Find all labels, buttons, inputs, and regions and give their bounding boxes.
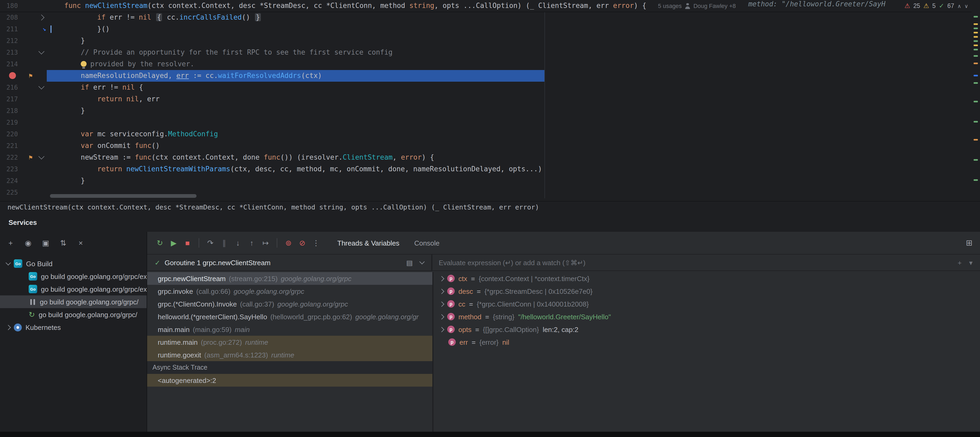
- service-tree-item[interactable]: Gogo build google.golang.org/grpc/ex: [0, 270, 146, 283]
- editor-line[interactable]: 214provided by the resolver.: [0, 59, 972, 70]
- bookmark-icon[interactable]: ⚑: [29, 70, 32, 82]
- line-number[interactable]: 225: [6, 187, 18, 198]
- editor-line[interactable]: 223return newClientStreamWithParams(ctx,…: [0, 163, 972, 175]
- stripe-mark[interactable]: [974, 40, 978, 42]
- service-tree-item[interactable]: Kubernetes: [0, 321, 146, 334]
- stripe-mark[interactable]: [974, 63, 978, 64]
- fold-expanded-icon[interactable]: [38, 154, 45, 160]
- editor-gutter[interactable]: 214: [0, 59, 59, 70]
- line-number[interactable]: 223: [6, 163, 18, 175]
- chevron-right-icon[interactable]: [439, 301, 444, 307]
- tab-threads-variables[interactable]: Threads & Variables: [337, 239, 399, 247]
- variable-row[interactable]: pdesc= {*grpc.StreamDesc | 0x10526e7e0}: [433, 285, 980, 298]
- line-number[interactable]: 180: [6, 0, 18, 12]
- editor-line[interactable]: 208if err != nil { cc.incrCallsFailed() …: [0, 12, 972, 23]
- line-number[interactable]: 220: [6, 128, 18, 140]
- chevron-down-icon[interactable]: [419, 259, 425, 264]
- line-number[interactable]: 218: [6, 105, 18, 117]
- editor-line[interactable]: 218}: [0, 105, 972, 117]
- more-icon[interactable]: ⋮: [310, 236, 322, 249]
- tab-console[interactable]: Console: [414, 239, 439, 247]
- frames-filter-icon[interactable]: ▤: [406, 258, 413, 266]
- editor-line[interactable]: 216if err != nil {: [0, 82, 972, 93]
- collapse-all-icon[interactable]: ×: [75, 239, 86, 247]
- editor-gutter[interactable]: 180: [0, 0, 59, 12]
- variable-row[interactable]: pctx= {context.Context | *context.timerC…: [433, 272, 980, 285]
- variable-row[interactable]: popts= {[]grpc.CallOption} len:2, cap:2: [433, 323, 980, 336]
- line-number[interactable]: 222: [6, 152, 18, 163]
- stack-frame[interactable]: grpc.invoke(call.go:66)google.golang.org…: [147, 285, 433, 298]
- resume-icon[interactable]: ▶: [167, 236, 180, 249]
- bookmark-icon[interactable]: ⚑: [29, 152, 32, 163]
- editor-lines[interactable]: 180func newClientStream(ctx context.Cont…: [0, 0, 972, 198]
- stripe-mark[interactable]: [974, 16, 978, 17]
- service-tree-item[interactable]: Gogo build google.golang.org/grpc/ex: [0, 283, 146, 295]
- editor-line[interactable]: 219: [0, 117, 972, 128]
- editor-error-stripe[interactable]: [972, 0, 980, 198]
- show-services-icon[interactable]: ◉: [23, 239, 33, 247]
- mute-breakpoints-icon[interactable]: ⊘: [296, 236, 309, 249]
- line-number[interactable]: 224: [6, 175, 18, 187]
- stack-frame[interactable]: runtime.goexit(asm_arm64.s:1223)runtime: [147, 348, 433, 361]
- intention-bulb-icon[interactable]: [81, 61, 87, 67]
- prev-problem-icon[interactable]: ∧: [958, 3, 961, 9]
- stripe-mark[interactable]: [974, 121, 978, 122]
- editor-gutter[interactable]: 225: [0, 187, 59, 198]
- stripe-mark[interactable]: [974, 139, 978, 141]
- line-number[interactable]: 211: [6, 23, 18, 35]
- chevron-down-icon[interactable]: [6, 260, 11, 266]
- stripe-mark[interactable]: [974, 101, 978, 102]
- step-over-icon[interactable]: ↷: [204, 236, 217, 249]
- editor-gutter[interactable]: 222⚑: [0, 152, 59, 163]
- editor-gutter[interactable]: 220: [0, 128, 59, 140]
- variable-row[interactable]: pmethod= {string} "/helloworld.Greeter/S…: [433, 310, 980, 323]
- line-number[interactable]: 212: [6, 35, 18, 47]
- step-into-icon[interactable]: ↓: [232, 236, 244, 249]
- editor-gutter[interactable]: 219: [0, 117, 59, 128]
- stripe-mark[interactable]: [974, 179, 978, 181]
- editor-gutter[interactable]: 216: [0, 82, 59, 93]
- stack-frame[interactable]: runtime.main(proc.go:272)runtime: [147, 336, 433, 348]
- line-number[interactable]: 208: [6, 12, 18, 23]
- expand-all-icon[interactable]: ⇅: [58, 239, 68, 247]
- editor-gutter[interactable]: 208: [0, 12, 59, 23]
- stack-frame[interactable]: grpc.(*ClientConn).Invoke(call.go:37)goo…: [147, 298, 433, 310]
- line-number[interactable]: 217: [6, 93, 18, 105]
- stack-frame[interactable]: main.main(main.go:59)main: [147, 323, 433, 336]
- chevron-right-icon[interactable]: [439, 327, 444, 332]
- new-window-icon[interactable]: ▣: [40, 239, 51, 247]
- editor-gutter[interactable]: 212: [0, 35, 59, 47]
- editor-gutter[interactable]: 221: [0, 140, 59, 152]
- expand-icon[interactable]: ▾: [969, 258, 972, 266]
- author-hint[interactable]: Doug Fawley +8: [694, 3, 736, 9]
- stripe-mark[interactable]: [974, 23, 978, 25]
- fold-collapsed-icon[interactable]: [38, 14, 45, 21]
- line-number[interactable]: 213: [6, 47, 18, 59]
- evaluate-expression-input[interactable]: Evaluate expression (↵) or add a watch (…: [433, 255, 980, 271]
- service-tree-item[interactable]: GoGo Build: [0, 257, 146, 270]
- inspections-widget[interactable]: ⚠25 ⚠5 ✓67 ∧ ∨: [902, 0, 971, 11]
- service-tree-item[interactable]: ↻go build google.golang.org/grpc/: [0, 308, 146, 321]
- editor-line[interactable]: 217return nil, err: [0, 93, 972, 105]
- chevron-right-icon[interactable]: [439, 314, 444, 319]
- variable-row[interactable]: perr= {error} nil: [433, 336, 980, 348]
- editor-gutter[interactable]: 218: [0, 105, 59, 117]
- rerun-icon[interactable]: ↻: [154, 236, 166, 249]
- stack-frame[interactable]: grpc.newClientStream(stream.go:215)googl…: [147, 272, 433, 285]
- editor-gutter[interactable]: ⚑: [0, 70, 59, 82]
- stop-icon[interactable]: ■: [181, 236, 194, 249]
- editor-line[interactable]: 211↘}(): [0, 23, 972, 35]
- thread-selector[interactable]: ✓ Goroutine 1 grpc.newClientStream ▤: [147, 255, 433, 271]
- editor-line[interactable]: 213// Provide an opportunity for the fir…: [0, 47, 972, 59]
- editor-gutter[interactable]: 223: [0, 163, 59, 175]
- editor-line[interactable]: 220var mc serviceconfig.MethodConfig: [0, 128, 972, 140]
- stripe-mark[interactable]: [974, 55, 978, 57]
- chevron-right-icon[interactable]: [439, 288, 444, 294]
- step-out-icon[interactable]: ↑: [245, 236, 258, 249]
- stripe-mark[interactable]: [974, 49, 978, 51]
- stripe-mark[interactable]: [974, 75, 978, 76]
- stripe-mark[interactable]: [974, 32, 978, 33]
- chevron-right-icon[interactable]: [439, 276, 444, 281]
- editor-gutter[interactable]: 217: [0, 93, 59, 105]
- editor-gutter[interactable]: 213: [0, 47, 59, 59]
